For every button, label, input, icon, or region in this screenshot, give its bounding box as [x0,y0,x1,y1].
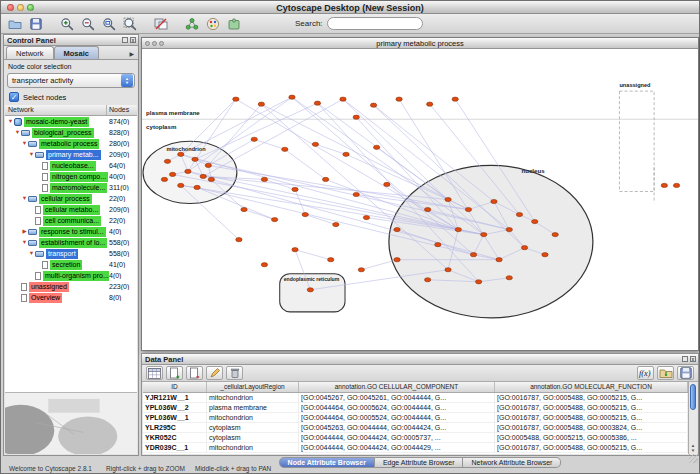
zoom-fit-icon[interactable] [121,15,139,32]
graph-node[interactable] [164,159,170,163]
graph-node[interactable] [452,97,458,101]
graph-node[interactable] [333,222,339,226]
table-cell[interactable]: [GO:0045263, GO:0044444, GO:0044424, G..… [299,423,495,432]
tree-item-label[interactable]: biological_process [32,128,94,138]
graph-node[interactable] [532,219,538,223]
tree-item[interactable]: unassigned223(0) [5,281,137,292]
graph-node[interactable] [236,238,242,242]
close-panel-icon[interactable]: x [130,37,136,43]
edge[interactable] [244,210,275,220]
tree-item-label[interactable]: multi-organism pro... [43,271,109,281]
window-titlebar[interactable]: Cytoscape Desktop (New Session) [1,1,699,14]
table-cell[interactable]: cytoplasm [207,423,299,432]
function-builder-icon[interactable]: f(x) [637,366,654,380]
table-cell[interactable]: YJR121W__1 [143,393,207,402]
tree-item[interactable]: cell communica...22(0) [5,215,137,226]
tab-network[interactable]: Network [6,46,54,59]
expand-icon[interactable]: ▼ [28,248,35,259]
table-cell[interactable]: mitochondrion [207,393,299,402]
graph-node[interactable] [370,103,376,107]
new-network-from-selection-icon[interactable] [183,15,201,32]
graph-node[interactable] [161,177,167,181]
graph-node[interactable] [251,137,257,141]
tree-item-label[interactable]: unassigned [29,282,69,292]
graph-node[interactable] [205,163,211,167]
table-cell[interactable]: YKR052C [143,433,207,442]
table-cell[interactable]: [GO:0016787, GO:0005488, GO:0005215, G..… [495,393,688,402]
clear-values-icon[interactable] [226,366,243,380]
graph-node[interactable] [396,97,402,101]
float-panel-icon[interactable] [682,356,688,362]
graph-node[interactable] [200,174,206,178]
graph-node[interactable] [353,192,359,196]
tree-item-label[interactable]: establishment of lo... [39,238,107,248]
delete-attribute-icon[interactable] [186,366,203,380]
table-cell[interactable]: YPL036W__2 [143,403,207,412]
table-cell[interactable]: [GO:0016787, GO:0005488, GO:0003824, G..… [495,423,688,432]
table-cell[interactable]: cytoplasm [207,433,299,442]
float-panel-icon[interactable] [122,37,128,43]
plugin-manager-icon[interactable] [225,15,243,32]
graph-node[interactable] [445,197,451,201]
birdseye-view[interactable] [5,392,137,454]
edit-attribute-icon[interactable] [206,366,223,380]
tab-mosaic[interactable]: Mosaic [54,46,99,59]
expand-icon[interactable]: ▼ [21,193,28,204]
select-nodes-checkbox[interactable]: ✓ [9,92,19,102]
expand-icon[interactable]: ▼ [21,237,28,248]
edge[interactable] [254,139,285,149]
zoom-selected-icon[interactable] [100,15,118,32]
graph-node[interactable] [271,217,277,221]
graph-node[interactable] [427,102,433,106]
graph-node[interactable] [261,177,267,181]
graph-node[interactable] [289,95,295,99]
graph-node[interactable] [192,157,198,161]
graph-node[interactable] [424,207,430,211]
graph-node[interactable] [292,248,298,252]
graph-node[interactable] [435,243,441,247]
tree-item[interactable]: ▼establishment of lo...558(0) [5,237,137,248]
graph-node[interactable] [491,199,497,203]
table-cell[interactable]: [GO:0005488, GO:0005215, GO:0005386, ... [495,433,688,442]
table-cell[interactable]: mitochondrion [207,443,299,452]
graph-node[interactable] [307,288,313,292]
tree-item-label[interactable]: transport [46,249,78,259]
graph-node[interactable] [481,233,487,237]
expand-icon[interactable]: ▼ [21,138,28,149]
graph-node[interactable] [445,268,451,272]
graph-node[interactable] [185,169,191,173]
table-cell[interactable]: [GO:0044444, GO:0044424, GO:0005737, ... [299,433,495,442]
edge[interactable] [315,144,346,154]
zoom-in-icon[interactable] [58,15,76,32]
table-cell[interactable]: [GO:0044464, GO:0005624, GO:0044444, G..… [299,403,495,412]
graph-node[interactable] [470,253,476,257]
expand-icon[interactable]: ▼ [7,116,14,127]
table-row[interactable]: YPL036W__1mitochondrion[GO:0044464, GO:0… [143,413,688,423]
graph-node[interactable] [353,115,359,119]
expand-icon[interactable]: ▼ [28,149,35,160]
hide-selected-icon[interactable] [152,15,170,32]
column-header-molecular-function[interactable]: annotation.GO MOLECULAR_FUNCTION [495,382,688,392]
table-cell[interactable]: [GO:0016787, GO:0005488, GO:0005215, G..… [495,443,688,452]
graph-node[interactable] [282,147,288,151]
create-attribute-icon[interactable] [166,366,183,380]
graph-node[interactable] [343,152,349,156]
edge[interactable] [361,260,397,270]
network-window-titlebar[interactable]: primary metabolic process [142,38,698,49]
tree-item-label[interactable]: nitrogen compo... [50,172,108,182]
table-cell[interactable]: [GO:0044464, GO:0005524, GO:0044444, G..… [299,413,495,422]
graph-node[interactable] [312,142,318,146]
export-attributes-icon[interactable] [677,366,694,380]
tree-item[interactable]: ▼cellular process22(0) [5,193,137,204]
tree-item-label[interactable]: cell communica... [43,216,101,226]
open-session-icon[interactable] [6,15,24,32]
tree-column-network[interactable]: Network [5,105,107,115]
graph-node[interactable] [394,258,400,262]
expand-icon[interactable]: ▶ [21,226,28,237]
tree-item[interactable]: ▼transport558(0) [5,248,137,259]
table-cell[interactable]: [GO:0016787, GO:0005488, GO:0005215, G..… [495,403,688,412]
graph-node[interactable] [661,183,667,187]
tree-item[interactable]: macromolecule...311(0) [5,182,137,193]
expand-icon[interactable]: ▼ [14,127,21,138]
select-attributes-icon[interactable] [146,366,163,380]
